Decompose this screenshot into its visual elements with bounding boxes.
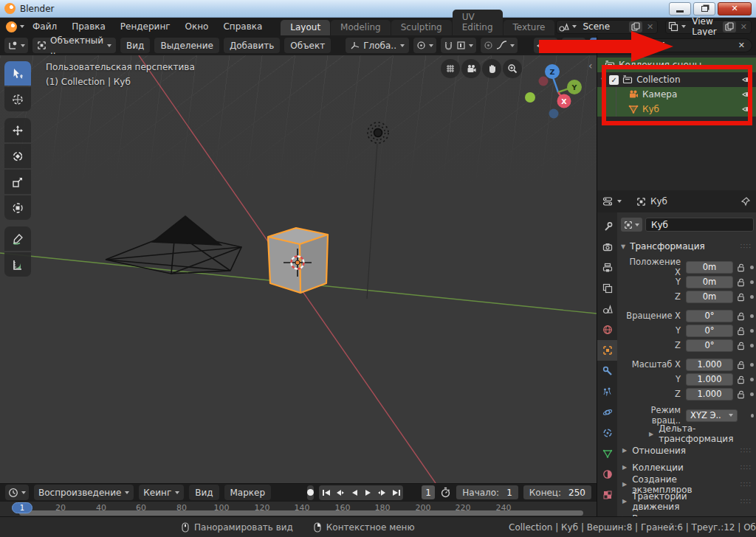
cursor-tool[interactable]	[4, 87, 31, 111]
current-frame-marker[interactable]: 1	[12, 502, 32, 513]
timeline-ruler[interactable]: 1 20 40 60 80 100 120 140 160 180 200 22…	[0, 501, 597, 516]
lock-icon[interactable]	[733, 311, 748, 321]
axis-neg-z-handle[interactable]	[549, 109, 559, 119]
tab-world[interactable]	[597, 319, 617, 340]
location-z-field[interactable]: 0m	[686, 291, 733, 303]
lock-icon[interactable]	[733, 375, 748, 384]
animate-dot[interactable]	[751, 414, 754, 418]
scale-z-field[interactable]: 1.000	[686, 388, 733, 401]
lock-icon[interactable]	[733, 292, 748, 302]
light-object[interactable]	[367, 122, 388, 299]
tab-sculpting[interactable]: Sculpting	[391, 20, 452, 35]
object-type-dropdown[interactable]	[621, 218, 642, 232]
camera-view-button[interactable]	[461, 59, 481, 78]
move-tool[interactable]	[4, 118, 31, 142]
camera-object[interactable]	[106, 216, 241, 274]
scale-y-field[interactable]: 1.000	[686, 373, 733, 386]
location-x-field[interactable]: 0m	[686, 261, 733, 274]
rotation-mode-dropdown[interactable]: XYZ Э..	[686, 409, 738, 422]
transform-orientation-dropdown[interactable]: Глоба..	[346, 38, 409, 53]
scale-tool[interactable]	[4, 170, 31, 194]
panel-drag-dots[interactable]: ········	[740, 482, 754, 488]
transform-tool[interactable]	[4, 195, 31, 220]
zoom-view-button[interactable]	[503, 59, 522, 78]
tab-tool[interactable]	[597, 216, 617, 237]
menu-object[interactable]: Объект	[284, 38, 331, 53]
jump-to-start-button[interactable]	[319, 485, 333, 500]
panel-drag-dots[interactable]: ········	[740, 243, 754, 249]
lock-icon[interactable]	[733, 326, 748, 336]
play-button[interactable]	[361, 485, 375, 500]
tab-particles[interactable]	[597, 381, 617, 402]
tab-output[interactable]	[597, 257, 617, 278]
menu-view[interactable]: Вид	[120, 38, 150, 53]
timeline-view-menu[interactable]: Вид	[189, 485, 219, 500]
new-view-layer-button[interactable]	[723, 21, 736, 32]
navigation-gizmo[interactable]: Z Y X	[525, 64, 582, 119]
proportional-edit-group[interactable]	[481, 38, 518, 53]
animate-dot[interactable]	[750, 392, 754, 396]
menu-select[interactable]: Выделение	[154, 38, 219, 53]
pan-view-button[interactable]	[482, 59, 501, 78]
timeline-scrollbar[interactable]	[19, 510, 583, 516]
measure-tool[interactable]	[4, 252, 31, 277]
scene-name[interactable]: Scene	[580, 21, 626, 32]
axis-pos-handle[interactable]	[525, 92, 535, 103]
axis-neg-x-handle[interactable]	[539, 77, 549, 86]
section-motion-paths[interactable]: ▶ Траектории движения ········	[621, 493, 754, 510]
animate-dot[interactable]	[750, 378, 754, 381]
tab-material[interactable]	[597, 464, 617, 485]
lock-icon[interactable]	[733, 341, 748, 350]
lock-icon[interactable]	[733, 277, 748, 287]
close-button[interactable]: ✕	[718, 2, 752, 15]
properties-editor-icon[interactable]	[602, 196, 613, 207]
view-layer-selector[interactable]: View Layer ✕	[665, 20, 752, 34]
tab-modifiers[interactable]	[597, 361, 617, 381]
jump-to-end-button[interactable]	[389, 485, 403, 500]
tab-modeling[interactable]: Modeling	[331, 20, 391, 35]
panel-drag-dots[interactable]: ········	[740, 499, 754, 505]
remove-view-layer-button[interactable]: ✕	[739, 22, 749, 32]
play-reverse-button[interactable]	[347, 485, 361, 500]
scale-x-field[interactable]: 1.000	[686, 358, 733, 371]
delta-transform-section[interactable]: ▶ Дельта-трансформация	[621, 426, 754, 442]
rotate-tool[interactable]	[4, 144, 31, 168]
rotation-y-field[interactable]: 0°	[686, 325, 733, 337]
panel-drag-dots[interactable]: ········	[740, 465, 754, 471]
tab-object-data[interactable]	[597, 443, 617, 464]
rotation-z-field[interactable]: 0°	[686, 339, 733, 352]
animate-dot[interactable]	[750, 344, 754, 347]
rotation-x-field[interactable]: 0°	[686, 310, 733, 322]
annotate-tool[interactable]	[4, 226, 31, 251]
lock-icon[interactable]	[733, 389, 748, 399]
mode-dropdown[interactable]: Объектный ..	[32, 38, 116, 53]
search-clear-icon[interactable]: ✕	[737, 41, 746, 50]
maximize-button[interactable]	[693, 2, 715, 15]
animate-dot[interactable]	[750, 295, 754, 299]
timeline-editor-type-button[interactable]	[5, 485, 29, 500]
current-frame-field[interactable]: 1	[422, 485, 435, 499]
timeline-marker-menu[interactable]: Маркер	[224, 485, 272, 500]
menu-add[interactable]: Добавить	[224, 38, 280, 53]
pivot-point-dropdown[interactable]	[413, 38, 436, 53]
tab-physics[interactable]	[597, 402, 617, 423]
stopwatch-icon[interactable]	[440, 487, 451, 498]
section-relations[interactable]: ▶ Отношения ········	[621, 442, 754, 459]
3d-viewport[interactable]: Z Y X Пользовательская перспектива (1) C…	[0, 55, 597, 483]
menu-help[interactable]: Справка	[216, 20, 269, 33]
animate-dot[interactable]	[750, 314, 754, 318]
object-name-field[interactable]: Куб	[645, 218, 754, 232]
tab-render[interactable]	[597, 237, 617, 257]
tab-object[interactable]	[597, 340, 617, 361]
tab-constraints[interactable]	[597, 423, 617, 443]
menu-file[interactable]: Файл	[26, 20, 63, 33]
tab-view-layer[interactable]	[597, 278, 617, 299]
keying-menu[interactable]: Кеинг	[139, 485, 184, 500]
next-keyframe-button[interactable]	[375, 485, 389, 500]
unlink-scene-button[interactable]: ✕	[645, 22, 655, 32]
animate-dot[interactable]	[750, 280, 754, 284]
animate-dot[interactable]	[750, 266, 754, 269]
tab-uv-editing[interactable]: UV Editing	[453, 10, 503, 35]
select-box-tool[interactable]	[4, 61, 31, 86]
tab-texture[interactable]	[597, 485, 617, 505]
